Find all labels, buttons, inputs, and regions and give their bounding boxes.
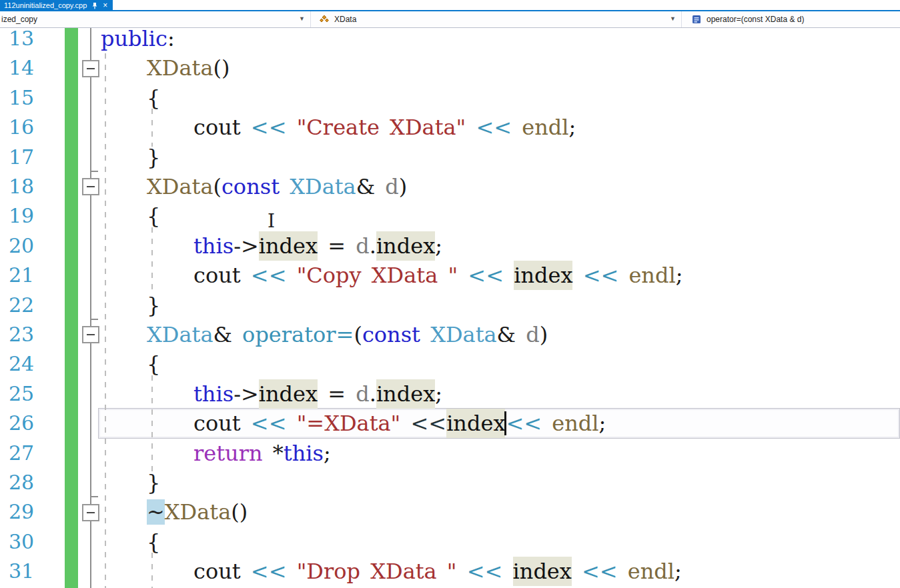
code-line-22[interactable]: } bbox=[147, 291, 160, 320]
fold-end-tick bbox=[91, 496, 98, 497]
code-line-16[interactable]: cout << "Create XData" << endl; bbox=[193, 113, 576, 142]
fold-collapse-box[interactable] bbox=[82, 504, 99, 521]
code-line-27[interactable]: return *this; bbox=[193, 439, 331, 468]
code-line-13[interactable]: public: bbox=[101, 28, 175, 53]
code-line-14[interactable]: XData() bbox=[147, 53, 230, 83]
code-token bbox=[618, 263, 628, 288]
code-line-29[interactable]: ~XData() bbox=[147, 497, 248, 527]
code-token: & bbox=[497, 322, 516, 347]
line-number: 29 bbox=[9, 497, 41, 527]
code-line-19[interactable]: { bbox=[147, 201, 160, 231]
indent-guide bbox=[151, 375, 153, 473]
line-number: 27 bbox=[9, 439, 41, 468]
code-token: index bbox=[259, 381, 318, 407]
code-token: endl bbox=[628, 263, 675, 288]
code-token bbox=[400, 411, 410, 436]
fold-collapse-box[interactable] bbox=[82, 60, 99, 77]
code-token: d bbox=[526, 322, 539, 347]
code-token: XData bbox=[147, 322, 213, 347]
code-token: = bbox=[318, 381, 356, 407]
code-line-21[interactable]: cout << "Copy XData " << index << endl; bbox=[193, 261, 683, 290]
code-token: { bbox=[147, 203, 160, 229]
code-token: endl bbox=[522, 115, 568, 140]
chevron-down-icon: ▼ bbox=[670, 15, 676, 22]
code-token: operator= bbox=[242, 322, 354, 347]
close-icon[interactable]: × bbox=[103, 2, 107, 9]
member-dropdown[interactable]: operator=(const XData & d) bbox=[682, 11, 900, 27]
code-token: << bbox=[251, 559, 287, 584]
code-token: index bbox=[376, 233, 435, 259]
code-line-24[interactable]: { bbox=[147, 349, 160, 379]
code-token: cout bbox=[193, 263, 251, 288]
code-token bbox=[502, 559, 512, 584]
code-token: << bbox=[251, 411, 287, 436]
code-line-17[interactable]: } bbox=[147, 143, 160, 172]
code-token: public bbox=[101, 28, 167, 51]
code-line-26[interactable]: cout << "=XData" <<index<< endl; bbox=[193, 409, 606, 438]
line-number: 19 bbox=[9, 201, 41, 231]
code-token: = bbox=[318, 233, 356, 259]
navigation-bar: ized_copy ▼ XData ▼ operator=(const XDat… bbox=[0, 11, 900, 28]
code-token: d bbox=[356, 233, 369, 259]
code-line-31[interactable]: cout << "Drop XData " << index << endl; bbox=[193, 557, 682, 586]
code-token bbox=[286, 559, 296, 584]
code-token: cout bbox=[193, 559, 251, 584]
code-token: endl bbox=[552, 411, 598, 436]
type-dropdown[interactable]: XData ▼ bbox=[311, 11, 682, 27]
code-token: { bbox=[147, 85, 160, 111]
code-line-30[interactable]: { bbox=[147, 527, 160, 557]
chevron-down-icon: ▼ bbox=[299, 15, 305, 22]
code-token: ; bbox=[569, 115, 576, 140]
tab-title: 112uninitialized_copy.cpp bbox=[4, 1, 87, 9]
line-number: 15 bbox=[9, 83, 41, 113]
line-number: 17 bbox=[9, 143, 41, 172]
mouse-ibeam-cursor: I bbox=[268, 212, 275, 231]
fold-collapse-box[interactable] bbox=[82, 326, 99, 343]
code-token: ; bbox=[324, 441, 331, 466]
line-number: 16 bbox=[9, 113, 41, 142]
code-token: ) bbox=[399, 174, 407, 199]
code-token: index bbox=[513, 559, 572, 584]
code-token: index bbox=[446, 411, 505, 436]
code-token: this bbox=[193, 233, 234, 259]
fold-collapse-box[interactable] bbox=[82, 178, 99, 195]
pin-icon[interactable] bbox=[91, 2, 98, 9]
code-token: : bbox=[167, 28, 175, 51]
scope-dropdown[interactable]: ized_copy ▼ bbox=[0, 11, 311, 27]
code-token: const bbox=[221, 174, 280, 199]
vs-editor-window: 112uninitialized_copy.cpp × ized_copy ▼ … bbox=[0, 0, 900, 588]
code-token bbox=[286, 263, 296, 288]
code-token: XData bbox=[290, 174, 356, 199]
code-token: d bbox=[356, 381, 369, 407]
code-line-15[interactable]: { bbox=[147, 83, 160, 113]
code-token: << bbox=[583, 263, 619, 288]
tab-active-file[interactable]: 112uninitialized_copy.cpp × bbox=[0, 0, 113, 11]
code-line-18[interactable]: XData(const XData& d) bbox=[147, 172, 407, 201]
line-number: 28 bbox=[9, 468, 41, 497]
code-line-28[interactable]: } bbox=[147, 468, 160, 497]
code-line-23[interactable]: XData& operator=(const XData& d) bbox=[147, 320, 548, 349]
code-token bbox=[286, 115, 296, 140]
code-token: ( bbox=[213, 174, 221, 199]
code-token: "Create XData" bbox=[297, 115, 466, 140]
line-number: 20 bbox=[9, 231, 41, 261]
code-token: } bbox=[147, 470, 160, 495]
indent-guide bbox=[105, 53, 106, 588]
fold-end-tick bbox=[91, 319, 98, 320]
line-number: 14 bbox=[9, 53, 41, 83]
code-token: { bbox=[147, 529, 160, 555]
code-line-25[interactable]: this->index = d.index; bbox=[193, 379, 442, 409]
code-editor[interactable]: 13141516171819202122232425262728293031 p… bbox=[0, 28, 900, 588]
code-token: const bbox=[362, 322, 420, 347]
change-tracking-bar bbox=[65, 28, 78, 588]
code-token: ; bbox=[674, 559, 682, 584]
code-line-20[interactable]: this->index = d.index; bbox=[193, 231, 442, 261]
code-token: } bbox=[147, 145, 160, 170]
code-token: << bbox=[476, 115, 512, 140]
member-dropdown-value: operator=(const XData & d) bbox=[707, 15, 804, 24]
code-token: ; bbox=[676, 263, 683, 288]
code-token: index bbox=[259, 233, 318, 259]
code-token: cout bbox=[193, 115, 251, 140]
code-token: ; bbox=[435, 381, 442, 407]
code-token: this bbox=[284, 441, 324, 466]
